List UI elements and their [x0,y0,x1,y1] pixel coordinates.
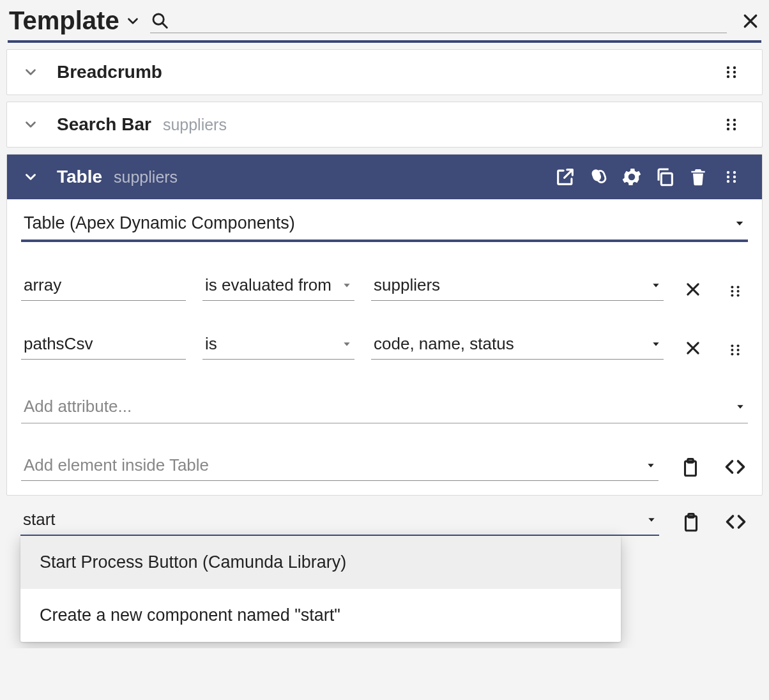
component-header[interactable]: Search Bar suppliers [7,102,762,147]
header-separator [8,40,761,43]
drag-handle-icon[interactable] [722,284,748,301]
code-icon[interactable] [722,455,748,481]
svg-point-17 [727,171,729,174]
add-element-input[interactable]: start [20,506,659,536]
copy-icon[interactable] [648,166,681,188]
attribute-operator-select[interactable]: is [202,330,354,360]
search-icon [150,11,169,30]
svg-point-5 [733,71,736,73]
attribute-row: array is evaluated from suppliers [21,271,748,301]
attribute-name-value: pathsCsv [24,334,93,354]
attribute-value-input[interactable]: suppliers [371,271,664,301]
gear-icon[interactable] [615,165,648,188]
attribute-row: pathsCsv is code, name, status [21,330,748,360]
component-title: Breadcrumb [57,62,162,82]
svg-point-2 [727,66,729,69]
svg-point-13 [733,128,736,130]
attribute-operator-select[interactable]: is evaluated from [202,271,354,301]
autocomplete-option[interactable]: Create a new component named "start" [20,589,621,642]
svg-point-7 [733,75,736,78]
svg-point-34 [737,353,740,355]
svg-point-9 [733,119,736,121]
component-type-select[interactable]: Table (Apex Dynamic Components) [21,206,748,242]
svg-point-31 [731,349,733,351]
drag-handle-icon[interactable] [715,65,748,80]
svg-point-19 [727,176,729,178]
drag-handle-icon[interactable] [715,169,748,185]
attribute-operator-value: is evaluated from [205,275,331,295]
remove-attribute-icon[interactable] [680,339,706,360]
add-attribute-input[interactable]: Add attribute... [21,393,748,423]
open-external-icon[interactable] [549,166,582,188]
attribute-operator-value: is [205,334,217,354]
remove-attribute-icon[interactable] [680,280,706,301]
add-element-inside-placeholder: Add element inside Table [24,455,209,475]
autocomplete-option-label: Create a new component named "start" [40,605,340,625]
attribute-value-text: code, name, status [374,334,514,354]
svg-point-33 [731,353,733,355]
svg-point-25 [731,290,733,293]
add-element-inside-input[interactable]: Add element inside Table [21,452,659,481]
delete-icon[interactable] [681,167,715,187]
style-icon[interactable] [582,166,615,188]
svg-point-6 [727,75,729,78]
caret-down-icon [651,339,661,349]
svg-point-30 [737,345,740,347]
svg-point-28 [737,294,740,296]
svg-point-24 [737,286,740,289]
svg-point-4 [727,71,729,73]
caret-down-icon [735,402,745,412]
autocomplete-option-label: Start Process Button (Camunda Library) [40,552,346,572]
caret-down-icon [651,280,661,291]
svg-point-11 [733,123,736,126]
svg-point-29 [731,345,733,347]
component-subtitle: suppliers [114,168,178,186]
svg-point-21 [727,180,729,183]
svg-point-12 [727,128,729,130]
svg-point-8 [727,119,729,121]
attribute-name-input[interactable]: pathsCsv [21,330,186,360]
close-icon[interactable] [741,11,760,31]
panel-title: Template [9,6,119,35]
clipboard-icon[interactable] [678,512,704,536]
component-type-label: Table (Apex Dynamic Components) [24,213,295,233]
svg-line-1 [162,23,167,27]
component-title: Search Bar [57,114,151,135]
component-header[interactable]: Breadcrumb [7,50,762,95]
code-icon[interactable] [723,510,749,536]
svg-point-20 [733,176,736,178]
attribute-name-value: array [24,275,61,295]
caret-down-icon [342,280,352,291]
component-title: Table [57,167,102,187]
attribute-name-input[interactable]: array [21,271,186,301]
add-element-query: start [23,510,56,529]
svg-point-27 [731,294,733,296]
caret-down-icon [734,218,745,229]
caret-down-icon [342,339,352,349]
chevron-down-icon [21,116,40,133]
add-attribute-placeholder: Add attribute... [24,397,132,416]
autocomplete-option[interactable]: Start Process Button (Camunda Library) [20,536,621,589]
caret-down-icon [646,515,657,525]
svg-point-22 [733,180,736,183]
chevron-down-icon [21,169,40,185]
svg-point-23 [731,286,733,289]
component-card-table: Table suppliers Table ( [6,154,763,496]
svg-point-32 [737,349,740,351]
svg-point-10 [727,123,729,126]
svg-point-26 [737,290,740,293]
panel-header: Template [6,5,763,40]
clipboard-icon[interactable] [678,457,703,481]
component-header-active[interactable]: Table suppliers [7,155,762,199]
autocomplete-menu: Start Process Button (Camunda Library) C… [20,536,621,642]
caret-down-icon [646,460,656,471]
drag-handle-icon[interactable] [715,117,748,132]
component-card-searchbar: Search Bar suppliers [6,102,763,148]
svg-rect-16 [661,173,672,185]
attribute-value-input[interactable]: code, name, status [371,330,664,360]
svg-point-3 [733,66,736,69]
drag-handle-icon[interactable] [722,343,748,360]
svg-point-18 [733,171,736,174]
title-dropdown-icon[interactable] [125,13,141,29]
panel-search-input[interactable] [150,9,727,33]
